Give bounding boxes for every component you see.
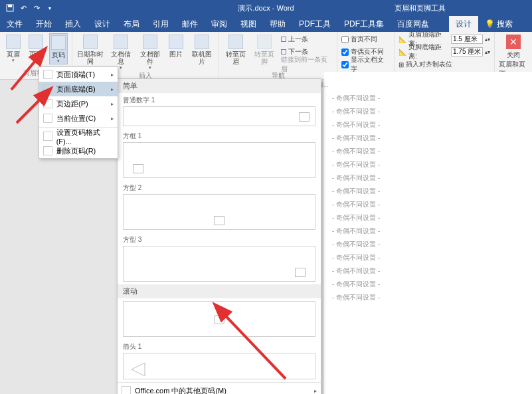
doc-text-line: - 奇偶不同设置 - (332, 160, 524, 169)
date-time-button[interactable]: 日期和时间 (76, 33, 104, 65)
doc-text-line: - 奇偶不同设置 - (332, 280, 524, 289)
align-tab-button[interactable]: ⊞插入对齐制表位 (399, 58, 490, 70)
page-margin-icon (43, 99, 52, 108)
tab-review[interactable]: 审阅 (205, 16, 234, 32)
tab-references[interactable]: 引用 (146, 16, 175, 32)
footer-distance-spin[interactable]: 📐页脚底端距离:▴▾ (399, 46, 490, 58)
doc-text-line: - 奇偶不同设置 - (332, 173, 524, 183)
gallery-item-scroll[interactable] (118, 298, 321, 340)
ruler-icon: 📐 (399, 49, 406, 56)
doc-text-line: - 奇偶不同设置 - (332, 107, 524, 116)
doc-text-line: - 奇偶不同设置 - (332, 266, 524, 276)
document-area: 所用课... - 奇偶不同设置 - - 奇偶不同设置 - - 奇偶不同设置 - … (324, 72, 532, 394)
gallery-category-simple: 简单 (118, 79, 321, 93)
online-pictures-button[interactable]: 联机图片 (189, 33, 215, 65)
tab-layout[interactable]: 布局 (117, 16, 146, 32)
contextual-tab-title: 页眉和页脚工具 (395, 3, 446, 13)
search-label: 搜索 (497, 19, 513, 30)
doc-hint: 所用课... (306, 81, 524, 90)
doc-text-line: - 奇偶不同设置 - (332, 293, 524, 302)
doc-text-line: - 奇偶不同设置 - (332, 120, 524, 130)
prev-button[interactable]: 上一条 (281, 33, 333, 45)
page-number-menu: 页面顶端(T)▸ 页面底端(B)▸ 页边距(P)▸ 当前位置(C)▸ 设置页码格… (39, 66, 118, 159)
tab-icon: ⊞ (399, 61, 404, 68)
doc-text-line: - 奇偶不同设置 - (332, 200, 524, 209)
gallery-item-plain1[interactable]: 普通数字 1 (118, 93, 321, 129)
undo-icon[interactable]: ↶ (19, 3, 28, 13)
menu-remove-page-num[interactable]: 删除页码(R) (39, 144, 118, 158)
current-pos-icon (43, 114, 52, 123)
doc-text-line: - 奇偶不同设置 - (332, 147, 524, 156)
menu-format-page-num[interactable]: 设置页码格式(F)... (39, 129, 118, 144)
doc-text-line: - 奇偶不同设置 - (332, 227, 524, 236)
first-page-different-checkbox[interactable]: 首页不同 (341, 33, 390, 45)
footer-button[interactable]: 页脚▾ (27, 33, 45, 63)
menu-page-top[interactable]: 页面顶端(T)▸ (39, 67, 118, 82)
lightbulb-icon: 💡 (485, 19, 495, 29)
tab-view[interactable]: 视图 (234, 16, 263, 32)
doc-text-line: - 奇偶不同设置 - (332, 240, 524, 249)
tab-help[interactable]: 帮助 (263, 16, 292, 32)
tab-insert[interactable]: 插入 (58, 16, 88, 32)
quick-access-toolbar: ↶ ↷ ▼ (0, 3, 54, 13)
page-number-gallery: 简单 普通数字 1 方框 1 方型 2 方型 3 滚动 箭头 1 Office.… (117, 78, 321, 394)
save-icon[interactable] (5, 3, 15, 13)
tab-design[interactable]: 设计 (88, 16, 117, 32)
page-top-icon (43, 70, 52, 79)
link-prev-button[interactable]: 链接到前一条页眉 (281, 58, 333, 70)
doc-text-line: - 奇偶不同设置 - (332, 187, 524, 196)
svg-marker-2 (132, 363, 145, 376)
search-tab[interactable]: 💡 搜索 (485, 19, 513, 30)
qat-dropdown-icon[interactable]: ▼ (45, 3, 54, 13)
doc-text-line: - 奇偶不同设置 - (332, 94, 524, 103)
gallery-office-more[interactable]: Office.com 中的其他页码(M)▸ (118, 383, 321, 394)
doc-info-button[interactable]: 文档信息▾ (108, 33, 133, 70)
gallery-category-scroll: 滚动 (118, 284, 321, 298)
ribbon-tabs: 文件 开始 插入 设计 布局 引用 邮件 审阅 视图 帮助 PDF工具 PDF工… (0, 16, 532, 32)
title-bar: ↶ ↷ ▼ 演示.docx - Word 页眉和页脚工具 (0, 0, 532, 16)
doc-text-line: - 奇偶不同设置 - (332, 253, 524, 262)
menu-page-bottom[interactable]: 页面底端(B)▸ (39, 82, 118, 96)
tab-pdfset[interactable]: PDF工具集 (337, 16, 391, 32)
show-doc-text-checkbox[interactable]: 显示文档文字 (341, 58, 390, 70)
header-button[interactable]: 页眉▾ (4, 33, 23, 63)
close-icon: ✕ (506, 35, 521, 49)
remove-icon (43, 146, 52, 155)
tab-file[interactable]: 文件 (0, 16, 29, 32)
pictures-button[interactable]: 图片 (167, 33, 185, 58)
redo-icon[interactable]: ↷ (32, 3, 41, 13)
document-title: 演示.docx - Word (0, 3, 532, 13)
page-number-button[interactable]: 页码▾ (49, 33, 68, 64)
tab-home[interactable]: 开始 (29, 16, 58, 32)
doc-parts-button[interactable]: 文档部件▾ (137, 33, 163, 70)
tab-hf-design[interactable]: 设计 (449, 16, 478, 32)
gallery-item-frame1[interactable]: 方框 1 (118, 129, 321, 181)
tab-mailings[interactable]: 邮件 (175, 16, 205, 32)
gallery-item-frame2[interactable]: 方型 2 (118, 181, 321, 233)
gallery-item-frame3[interactable]: 方型 3 (118, 233, 321, 284)
doc-text-line: - 奇偶不同设置 - (332, 134, 524, 143)
svg-rect-1 (8, 5, 12, 7)
goto-header-button[interactable]: 转至页眉 (223, 33, 248, 65)
format-icon (43, 132, 52, 141)
menu-page-margin[interactable]: 页边距(P)▸ (39, 96, 118, 111)
page-bottom-icon (43, 84, 52, 94)
menu-current-pos[interactable]: 当前位置(C)▸ (39, 111, 118, 126)
group-navigation: 转至页眉 转至页脚 上一条 下一条 链接到前一条页眉 导航 (219, 32, 337, 79)
gallery-item-arrow1[interactable]: 箭头 1 (118, 340, 321, 382)
ruler-icon: 📐 (399, 36, 406, 43)
goto-footer-button[interactable]: 转至页脚 (252, 33, 276, 65)
doc-text-line: - 奇偶不同设置 - (332, 213, 524, 223)
tab-pdf[interactable]: PDF工具 (292, 16, 337, 32)
office-icon (122, 386, 131, 394)
